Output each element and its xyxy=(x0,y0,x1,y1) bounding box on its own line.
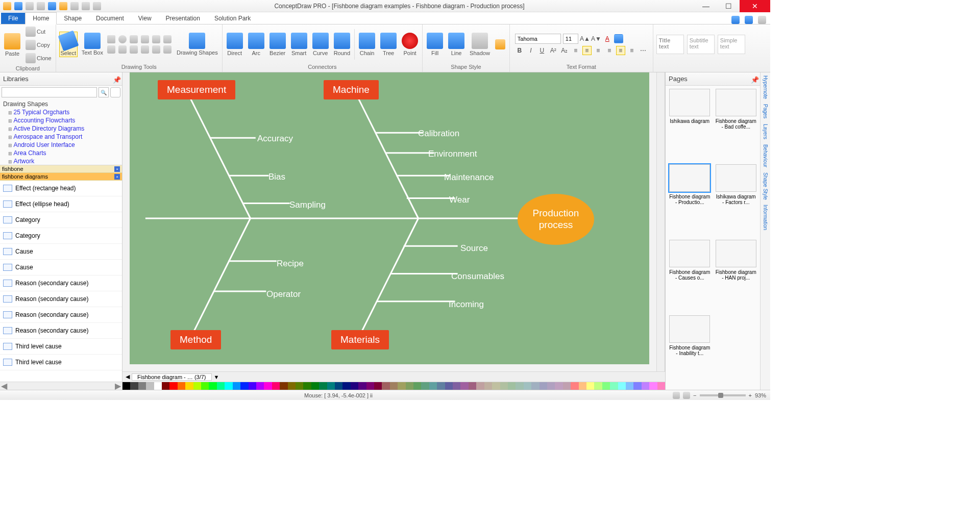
search-icon[interactable]: 🔍 xyxy=(99,87,109,97)
copy-button[interactable]: Copy xyxy=(24,39,53,51)
color-swatch[interactable] xyxy=(516,382,523,390)
library-shape-item[interactable]: Effect (ellipse head) xyxy=(0,196,122,212)
category-materials[interactable]: Materials xyxy=(331,330,389,349)
cause-text[interactable]: Source xyxy=(460,243,488,254)
align-center-icon[interactable]: ≡ xyxy=(582,46,592,55)
color-swatch[interactable] xyxy=(342,382,350,390)
color-swatch[interactable] xyxy=(351,382,358,390)
library-shape-item[interactable]: Third level cause xyxy=(0,355,122,370)
conn-tree[interactable]: Tree xyxy=(379,32,398,57)
conn-chain[interactable]: Chain xyxy=(358,32,376,57)
paste-button[interactable]: Paste xyxy=(3,32,21,58)
minimize-button[interactable]: — xyxy=(695,0,717,12)
color-swatch[interactable] xyxy=(303,382,311,390)
color-swatch[interactable] xyxy=(484,382,492,390)
cause-text[interactable]: Wear xyxy=(449,195,470,205)
subtitle-text-style[interactable]: Subtitle text xyxy=(687,35,715,54)
title-text-style[interactable]: Title text xyxy=(656,35,684,54)
page-dropdown-icon[interactable]: ▼ xyxy=(214,374,219,380)
collapse-ribbon-icon[interactable] xyxy=(758,16,766,24)
qat-icon[interactable] xyxy=(59,2,67,10)
shape-tool[interactable] xyxy=(118,35,127,43)
pin-icon[interactable]: 📌 xyxy=(751,76,757,82)
color-swatch[interactable] xyxy=(185,382,193,390)
drawing-shapes-button[interactable]: Drawing Shapes xyxy=(176,32,219,57)
color-swatch[interactable] xyxy=(335,382,342,390)
zoom-out-icon[interactable]: − xyxy=(693,392,696,398)
canvas[interactable]: Measurement Machine Method Materials Acc… xyxy=(122,72,665,371)
color-swatch[interactable] xyxy=(311,382,319,390)
tree-item[interactable]: Active Directory Diagrams xyxy=(1,124,121,133)
cause-text[interactable]: Operator xyxy=(266,289,301,299)
page-thumbnail[interactable]: Fishbone diagram - HAN proj... xyxy=(715,240,757,311)
fill-button[interactable]: Fill xyxy=(426,32,444,57)
file-tab[interactable]: File xyxy=(1,13,25,24)
color-swatch[interactable] xyxy=(602,382,610,390)
color-swatch[interactable] xyxy=(476,382,484,390)
page-thumbnail[interactable]: Fishbone diagram - Inability t... xyxy=(669,315,711,387)
conn-curve[interactable]: Curve xyxy=(311,32,330,57)
color-swatch[interactable] xyxy=(406,382,413,390)
color-swatch[interactable] xyxy=(579,382,586,390)
color-swatch[interactable] xyxy=(531,382,539,390)
align-bottom-icon[interactable]: ≡ xyxy=(627,46,636,55)
color-swatch[interactable] xyxy=(453,382,460,390)
align-right-icon[interactable]: ≡ xyxy=(594,46,603,55)
subscript-icon[interactable]: A₂ xyxy=(560,46,569,55)
color-swatch[interactable] xyxy=(217,382,225,390)
side-tab[interactable]: Layers xyxy=(763,124,768,139)
shape-tool[interactable] xyxy=(163,45,172,54)
conn-arc[interactable]: Arc xyxy=(247,32,265,57)
library-shape-item[interactable]: Reason (secondary cause) xyxy=(0,307,122,323)
tree-item[interactable]: Accounting Flowcharts xyxy=(1,116,121,124)
qat-print-icon[interactable] xyxy=(82,2,90,10)
library-shape-item[interactable]: Third level cause xyxy=(0,339,122,355)
color-swatch[interactable] xyxy=(327,382,335,390)
color-swatch[interactable] xyxy=(280,382,287,390)
color-swatch[interactable] xyxy=(374,382,382,390)
view-mode-icon[interactable] xyxy=(683,392,690,399)
color-swatch[interactable] xyxy=(130,382,138,390)
color-swatch[interactable] xyxy=(366,382,374,390)
color-swatch[interactable] xyxy=(610,382,618,390)
color-swatch[interactable] xyxy=(618,382,626,390)
effect-ellipse[interactable]: Production process xyxy=(518,194,594,245)
color-swatch[interactable] xyxy=(657,382,665,390)
color-swatch[interactable] xyxy=(437,382,445,390)
category-measurement[interactable]: Measurement xyxy=(158,80,235,99)
shape-tool[interactable] xyxy=(130,45,138,54)
align-top-icon[interactable]: ≡ xyxy=(605,46,614,55)
library-shape-item[interactable]: Reason (secondary cause) xyxy=(0,291,122,307)
library-shape-item[interactable]: Effect (rectange head) xyxy=(0,181,122,196)
color-swatch[interactable] xyxy=(398,382,405,390)
qat-icon[interactable] xyxy=(70,2,79,10)
line-button[interactable]: Line xyxy=(447,32,465,57)
tree-item[interactable]: Aerospace and Transport xyxy=(1,133,121,141)
library-tree[interactable]: Drawing Shapes 25 Typical OrgchartsAccou… xyxy=(0,99,122,165)
color-swatch[interactable] xyxy=(209,382,216,390)
help-icon[interactable] xyxy=(731,16,740,24)
color-swatch[interactable] xyxy=(225,382,232,390)
conn-round[interactable]: Round xyxy=(333,32,351,57)
cause-text[interactable]: Environment xyxy=(428,149,477,159)
tab-shape[interactable]: Shape xyxy=(57,13,89,24)
shape-tool[interactable] xyxy=(141,35,149,43)
side-tab[interactable]: Behaviour xyxy=(763,144,768,167)
tab-presentation[interactable]: Presentation xyxy=(159,13,207,24)
color-swatch[interactable] xyxy=(193,382,201,390)
close-icon[interactable]: × xyxy=(114,166,120,172)
page-thumbnail[interactable]: Fishbone diagram - Causes o... xyxy=(669,240,711,311)
color-swatch[interactable] xyxy=(626,382,633,390)
cause-text[interactable]: Calibration xyxy=(418,129,459,139)
color-swatch[interactable] xyxy=(429,382,437,390)
library-shape-item[interactable]: Reason (secondary cause) xyxy=(0,323,122,339)
scrollbar[interactable]: ◀▶ xyxy=(0,382,122,390)
color-swatch[interactable] xyxy=(508,382,516,390)
conn-smart[interactable]: Smart xyxy=(290,32,308,57)
page-thumbnail[interactable]: Ishikawa diagram xyxy=(669,89,711,160)
color-swatch[interactable] xyxy=(642,382,649,390)
page-thumbnail[interactable]: Ishikawa diagram - Factors r... xyxy=(715,164,757,236)
color-swatch[interactable] xyxy=(563,382,571,390)
page-nav-prev[interactable]: ◀ xyxy=(126,373,130,380)
page-thumbnail[interactable]: Fishbone diagram - Bad coffe... xyxy=(715,89,757,160)
